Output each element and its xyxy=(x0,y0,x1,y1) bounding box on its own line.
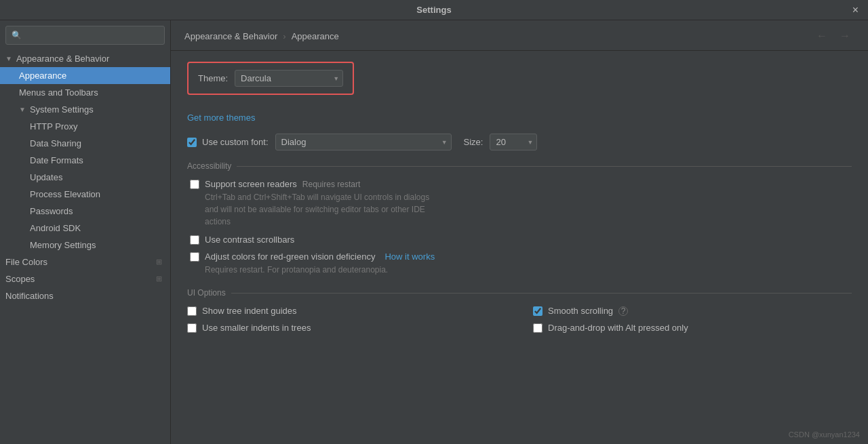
scopes-icon: ⊞ xyxy=(156,275,162,283)
accessibility-section: Accessibility Support screen readers Req… xyxy=(187,161,852,276)
sidebar-item-label: Appearance & Behavior xyxy=(16,54,109,64)
red-green-desc: Requires restart. For protanopia and deu… xyxy=(205,264,612,276)
sidebar-item-label: Date Formats xyxy=(30,155,83,165)
font-select-wrapper: Dialog Arial Segoe UI Consolas xyxy=(275,134,452,150)
sidebar-item-process-elevation[interactable]: Process Elevation xyxy=(0,186,170,203)
accessibility-item-screen-readers: Support screen readers Requires restart … xyxy=(187,179,852,228)
sidebar-item-system-settings[interactable]: ▼ System Settings xyxy=(0,101,170,118)
nav-forward-button[interactable]: → xyxy=(835,28,854,43)
sidebar-item-passwords[interactable]: Passwords xyxy=(0,203,170,220)
sidebar: 🔍 ▼ Appearance & Behavior Appearance Men… xyxy=(0,20,171,444)
sidebar-item-data-sharing[interactable]: Data Sharing xyxy=(0,135,170,152)
watermark: CSDN @xunyan1234 xyxy=(789,430,860,439)
nav-buttons: ← → xyxy=(812,28,854,43)
screen-readers-label: Support screen readers xyxy=(205,179,297,189)
theme-select[interactable]: Darcula Light High Contrast IntelliJ Lig… xyxy=(235,70,343,87)
content-header: Appearance & Behavior › Appearance ← → xyxy=(171,20,868,51)
nav-back-button[interactable]: ← xyxy=(812,28,831,43)
main-container: 🔍 ▼ Appearance & Behavior Appearance Men… xyxy=(0,20,868,444)
theme-label: Theme: xyxy=(198,73,228,83)
ui-option-drag-drop: Drag-and-drop with Alt pressed only xyxy=(533,323,852,333)
sidebar-item-android-sdk[interactable]: Android SDK xyxy=(0,220,170,237)
custom-font-checkbox[interactable] xyxy=(187,138,197,147)
theme-section: Theme: Darcula Light High Contrast Intel… xyxy=(187,62,852,103)
collapse-arrow: ▼ xyxy=(19,106,26,113)
search-input[interactable] xyxy=(26,31,159,40)
sidebar-item-menus-toolbars[interactable]: Menus and Toolbars xyxy=(0,84,170,101)
accessibility-item-red-green: Adjust colors for red-green vision defic… xyxy=(187,251,852,276)
custom-font-label: Use custom font: xyxy=(202,137,269,147)
size-label: Size: xyxy=(464,137,484,147)
ui-option-smooth-scrolling: Smooth scrolling ? xyxy=(533,306,852,316)
sidebar-item-label: Appearance xyxy=(19,70,66,81)
get-more-themes-link[interactable]: Get more themes xyxy=(187,113,852,123)
search-icon: 🔍 xyxy=(12,31,22,40)
font-select[interactable]: Dialog Arial Segoe UI Consolas xyxy=(275,134,452,150)
sidebar-search-container[interactable]: 🔍 xyxy=(5,26,165,45)
smaller-indents-checkbox[interactable] xyxy=(187,323,197,333)
red-green-row: Adjust colors for red-green vision defic… xyxy=(190,251,852,262)
sidebar-item-label: HTTP Proxy xyxy=(30,121,78,132)
screen-readers-row: Support screen readers Requires restart xyxy=(190,179,852,189)
tree-indent-checkbox[interactable] xyxy=(187,306,197,316)
theme-select-wrapper: Darcula Light High Contrast IntelliJ Lig… xyxy=(235,70,343,87)
size-select[interactable]: 12 13 14 16 18 20 22 24 xyxy=(490,134,537,150)
drag-drop-checkbox[interactable] xyxy=(533,323,542,333)
sidebar-item-label: Passwords xyxy=(30,206,73,216)
sidebar-item-label: Process Elevation xyxy=(30,189,100,199)
close-button[interactable]: × xyxy=(850,4,861,16)
sidebar-item-label: Scopes xyxy=(5,274,35,284)
sidebar-item-appearance[interactable]: Appearance xyxy=(0,67,170,84)
sidebar-item-scopes[interactable]: Scopes ⊞ xyxy=(0,270,170,287)
red-green-checkbox[interactable] xyxy=(190,252,199,262)
sidebar-item-label: Android SDK xyxy=(30,223,81,233)
ui-option-smaller-indents: Use smaller indents in trees xyxy=(187,323,506,333)
sidebar-item-http-proxy[interactable]: HTTP Proxy xyxy=(0,118,170,135)
size-select-wrapper: 12 13 14 16 18 20 22 24 xyxy=(490,134,537,150)
custom-font-row: Use custom font: Dialog Arial Segoe UI C… xyxy=(187,134,852,150)
sidebar-item-label: Data Sharing xyxy=(30,138,81,148)
accessibility-title: Accessibility xyxy=(187,161,852,171)
theme-container: Theme: Darcula Light High Contrast Intel… xyxy=(187,62,354,95)
breadcrumb: Appearance & Behavior › Appearance xyxy=(184,31,339,41)
ui-options-title: UI Options xyxy=(187,288,852,298)
sidebar-item-label: Updates xyxy=(30,172,62,182)
breadcrumb-current: Appearance xyxy=(292,31,339,41)
sidebar-item-label: Menus and Toolbars xyxy=(19,87,98,98)
contrast-scrollbars-checkbox[interactable] xyxy=(190,235,199,245)
sidebar-item-label: Memory Settings xyxy=(30,240,96,250)
sidebar-item-date-formats[interactable]: Date Formats xyxy=(0,152,170,169)
content-panel: Appearance & Behavior › Appearance ← → T… xyxy=(171,20,868,444)
sidebar-item-appearance-behavior[interactable]: ▼ Appearance & Behavior xyxy=(0,50,170,67)
tree-indent-label: Show tree indent guides xyxy=(202,306,296,316)
content-scroll: Theme: Darcula Light High Contrast Intel… xyxy=(171,51,868,444)
how-it-works-link[interactable]: How it works xyxy=(384,251,435,262)
ui-options-grid: Show tree indent guides Smooth scrolling… xyxy=(187,306,852,333)
window-title: Settings xyxy=(416,5,451,15)
sidebar-item-label: File Colors xyxy=(5,257,47,267)
contrast-scrollbars-label: Use contrast scrollbars xyxy=(205,235,294,245)
ui-options-section: UI Options Show tree indent guides Smoot… xyxy=(187,288,852,333)
title-bar: Settings × xyxy=(0,0,868,20)
smooth-scrolling-checkbox[interactable] xyxy=(533,306,542,316)
contrast-scrollbars-row: Use contrast scrollbars xyxy=(190,235,852,245)
ui-option-tree-indent: Show tree indent guides xyxy=(187,306,506,316)
sidebar-item-file-colors[interactable]: File Colors ⊞ xyxy=(0,254,170,270)
red-green-label: Adjust colors for red-green vision defic… xyxy=(205,251,375,262)
drag-drop-label: Drag-and-drop with Alt pressed only xyxy=(548,323,688,333)
smaller-indents-label: Use smaller indents in trees xyxy=(202,323,311,333)
smooth-scrolling-help-icon[interactable]: ? xyxy=(618,306,628,316)
screen-readers-desc: Ctrl+Tab and Ctrl+Shift+Tab will navigat… xyxy=(205,191,612,228)
sidebar-item-memory-settings[interactable]: Memory Settings xyxy=(0,237,170,254)
sidebar-item-updates[interactable]: Updates xyxy=(0,169,170,186)
breadcrumb-separator: › xyxy=(283,31,285,41)
sidebar-item-notifications[interactable]: Notifications xyxy=(0,287,170,304)
custom-font-checkbox-wrapper: Use custom font: xyxy=(187,137,269,147)
breadcrumb-parent[interactable]: Appearance & Behavior xyxy=(184,31,277,41)
sidebar-item-label: System Settings xyxy=(30,104,94,115)
file-colors-icon: ⊞ xyxy=(156,258,162,266)
smooth-scrolling-label: Smooth scrolling xyxy=(548,306,613,316)
requires-restart-label: Requires restart xyxy=(302,180,360,189)
accessibility-item-contrast-scrollbars: Use contrast scrollbars xyxy=(187,235,852,245)
screen-readers-checkbox[interactable] xyxy=(190,180,199,189)
